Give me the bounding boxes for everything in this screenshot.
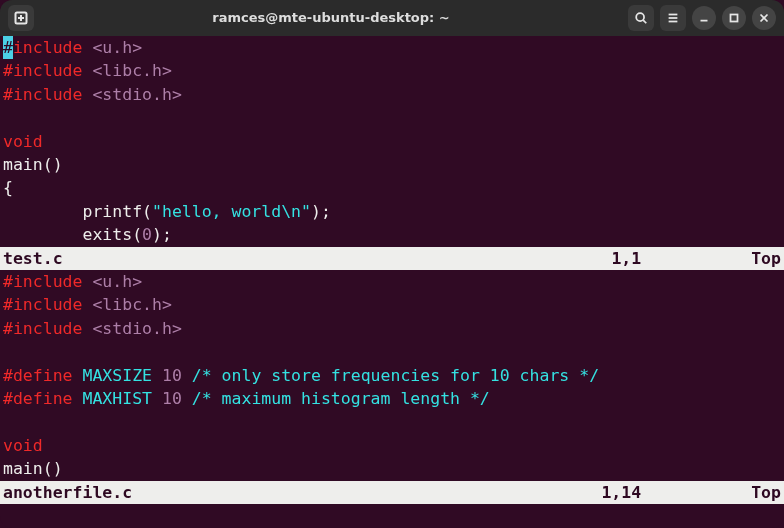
code-line — [0, 411, 784, 434]
new-tab-icon — [13, 10, 29, 26]
code-line: printf("hello, world\n"); — [0, 200, 784, 223]
cursor: # — [3, 36, 13, 59]
terminal-window: ramces@mte-ubuntu-desktop: ~ — [0, 0, 784, 528]
minimize-button[interactable] — [692, 6, 716, 30]
code-line: exits(0); — [0, 223, 784, 246]
code-line: { — [0, 176, 784, 199]
code-line: #define MAXSIZE 10 /* only store frequen… — [0, 364, 784, 387]
code-line: #include <libc.h> — [0, 293, 784, 316]
close-button[interactable] — [752, 6, 776, 30]
status-bar-2: anotherfile.c 1,14 Top — [0, 481, 784, 504]
hamburger-icon — [666, 11, 680, 25]
svg-line-4 — [643, 20, 646, 23]
code-line: void — [0, 434, 784, 457]
status-scroll: Top — [751, 247, 781, 270]
menu-button[interactable] — [660, 5, 686, 31]
code-line: #include <u.h> — [0, 36, 784, 59]
code-line: #include <stdio.h> — [0, 317, 784, 340]
code-line: main() — [0, 457, 784, 480]
status-filename: anotherfile.c — [3, 481, 132, 504]
status-cursor-position: 1,14 — [601, 481, 751, 504]
code-line — [0, 340, 784, 363]
titlebar: ramces@mte-ubuntu-desktop: ~ — [0, 0, 784, 36]
code-line: #define MAXHIST 10 /* maximum histogram … — [0, 387, 784, 410]
search-icon — [634, 11, 648, 25]
code-line: #include <stdio.h> — [0, 83, 784, 106]
code-line: main() — [0, 153, 784, 176]
new-tab-button[interactable] — [8, 5, 34, 31]
status-cursor-position: 1,1 — [611, 247, 751, 270]
maximize-icon — [727, 11, 741, 25]
code-line: void — [0, 130, 784, 153]
editor-pane-2[interactable]: #include <u.h> #include <libc.h> #includ… — [0, 270, 784, 504]
svg-rect-9 — [731, 15, 738, 22]
code-line: #include <u.h> — [0, 270, 784, 293]
search-button[interactable] — [628, 5, 654, 31]
code-line: #include <libc.h> — [0, 59, 784, 82]
status-scroll: Top — [751, 481, 781, 504]
minimize-icon — [697, 11, 711, 25]
maximize-button[interactable] — [722, 6, 746, 30]
svg-point-3 — [636, 13, 644, 21]
status-filename: test.c — [3, 247, 63, 270]
status-bar-1: test.c 1,1 Top — [0, 247, 784, 270]
window-title: ramces@mte-ubuntu-desktop: ~ — [34, 6, 628, 29]
editor-pane-1[interactable]: #include <u.h> #include <libc.h> #includ… — [0, 36, 784, 270]
close-icon — [757, 11, 771, 25]
code-line — [0, 106, 784, 129]
terminal-body[interactable]: #include <u.h> #include <libc.h> #includ… — [0, 36, 784, 528]
